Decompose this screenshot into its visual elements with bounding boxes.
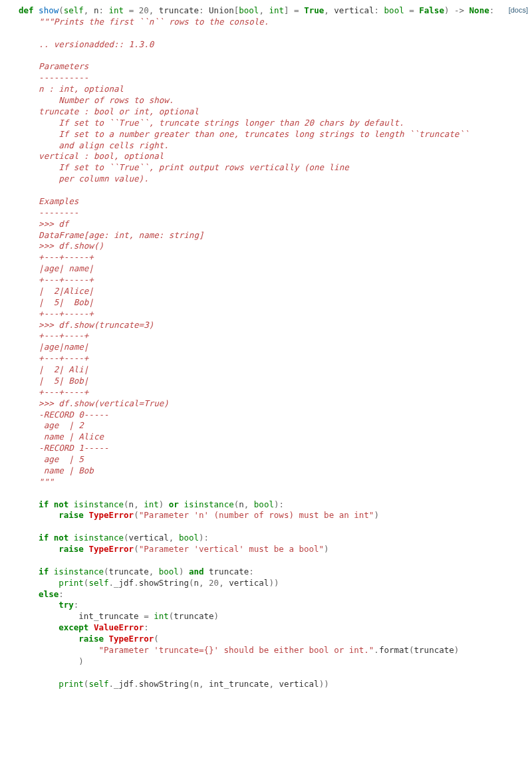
docstring: """Prints the first ``n`` rows to the co… xyxy=(19,17,469,487)
err-truncate: "Parameter 'truncate={}' should be eithe… xyxy=(98,645,374,655)
err-n: "Parameter 'n' (number of rows) must be … xyxy=(139,510,374,520)
err-vertical: "Parameter 'vertical' must be a bool" xyxy=(139,544,324,554)
docs-link-text: [docs] xyxy=(509,6,528,14)
code-container: [docs] def show(self, n: int = 20, trunc… xyxy=(0,0,532,695)
param-self: self xyxy=(64,5,84,15)
docs-link[interactable]: [docs] xyxy=(509,5,528,15)
source-code: def show(self, n: int = 20, truncate: Un… xyxy=(0,0,532,695)
func-name: show xyxy=(39,5,59,15)
kw-def: def xyxy=(19,5,34,15)
